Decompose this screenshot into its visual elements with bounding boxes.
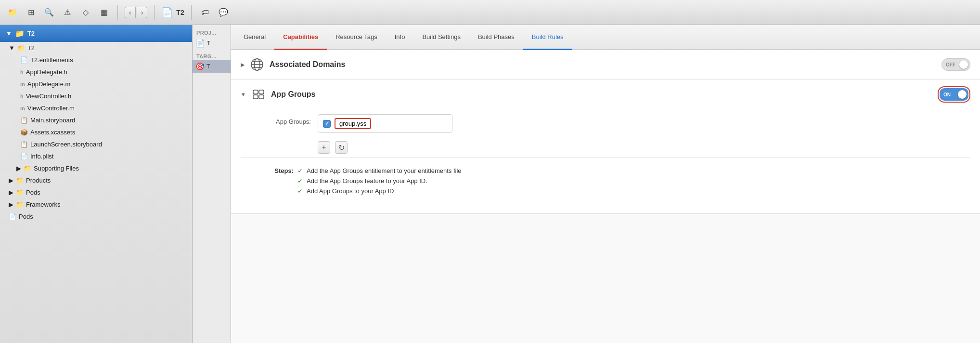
sidebar-item-info-plist[interactable]: 📄 Info.plist [0, 150, 192, 162]
diamond-icon[interactable]: ◇ [79, 6, 92, 19]
sidebar-item-frameworks[interactable]: ▶ 📁 Frameworks [0, 198, 192, 211]
sidebar-header[interactable]: ▼ 📁 T2 [0, 25, 192, 42]
app-groups-toggle[interactable]: ON [940, 88, 968, 101]
target-item-icon: 🎯 [195, 62, 205, 71]
app-groups-field-label: App Groups: [270, 114, 318, 125]
appdelegate-h-label: AppDelegate.h [26, 68, 67, 76]
assets-icon: 📦 [20, 129, 28, 136]
step-3-text: Add App Groups to your App ID [307, 187, 394, 195]
toolbar-title-area: 📄 T2 [161, 7, 184, 18]
associated-domains-title: Associated Domains [270, 60, 937, 69]
sidebar-expand-arrow: ▼ [6, 30, 12, 37]
hierarchy-icon[interactable]: ⊞ [24, 6, 38, 19]
tag-icon[interactable]: 🏷 [198, 6, 212, 19]
h-icon: h [20, 69, 24, 75]
add-group-button[interactable]: + [318, 141, 330, 154]
app-groups-section: ▼ App Groups [231, 79, 980, 214]
sidebar-item-pods-project[interactable]: 📄 Pods [0, 211, 192, 223]
refresh-button[interactable]: ↻ [335, 141, 348, 154]
toolbar-separator-3 [191, 5, 192, 20]
bubble-icon[interactable]: 💬 [217, 6, 230, 19]
sidebar-item-viewcontroller-m[interactable]: m ViewController.m [0, 102, 192, 114]
pods-expand-arrow: ▶ [9, 189, 13, 196]
svg-rect-6 [259, 90, 264, 94]
storyboard-icon: 📋 [20, 117, 28, 124]
forward-button[interactable]: › [137, 7, 148, 18]
associated-domains-toggle[interactable]: OFF [941, 58, 970, 71]
step-1-check: ✓ [297, 167, 303, 174]
app-groups-list: ✓ group.yss [318, 114, 452, 133]
group-item-label: group.yss [339, 120, 366, 127]
h-icon-2: h [20, 93, 24, 99]
toolbar-separator [117, 5, 118, 20]
app-groups-icon [251, 87, 266, 102]
pods-project-icon: 📄 [9, 213, 16, 220]
t2-expand-arrow: ▼ [9, 44, 15, 52]
project-item[interactable]: 📄 T [193, 37, 231, 50]
frameworks-expand-arrow: ▶ [9, 201, 13, 208]
sidebar-item-t2[interactable]: ▼ 📁 T2 [0, 42, 192, 54]
tab-capabilities[interactable]: Capabilities [274, 25, 327, 50]
search-icon[interactable]: 🔍 [42, 6, 56, 19]
associated-domains-expand[interactable]: ▶ [241, 62, 245, 68]
entitlements-icon: 📄 [20, 56, 28, 64]
file-navigator: ▼ 📁 T2 ▼ 📁 T2 📄 T2.entitlements h AppDel… [0, 25, 193, 343]
products-expand-arrow: ▶ [9, 177, 13, 184]
svg-rect-8 [259, 95, 264, 99]
warning-icon[interactable]: ⚠ [61, 6, 74, 19]
appdelegate-m-label: AppDelegate.m [27, 80, 71, 88]
sidebar-item-entitlements[interactable]: 📄 T2.entitlements [0, 54, 192, 66]
associated-domains-knob [959, 60, 968, 69]
app-groups-body: App Groups: ✓ group.yss [231, 109, 980, 213]
tab-bar: General Capabilities Resource Tags Info … [231, 25, 980, 50]
sidebar-item-supporting-files[interactable]: ▶ 📁 Supporting Files [0, 162, 192, 174]
app-groups-toggle-wrapper: ON [938, 86, 970, 103]
project-label: PROJ... [193, 28, 231, 37]
sidebar-item-main-storyboard[interactable]: 📋 Main.storyboard [0, 114, 192, 126]
tab-build-rules[interactable]: Build Rules [523, 25, 572, 50]
action-buttons-row: + ↻ [241, 137, 970, 158]
info-plist-label: Info.plist [30, 153, 53, 160]
app-groups-expand[interactable]: ▼ [241, 92, 246, 97]
toolbar-title: T2 [176, 9, 184, 16]
pods-folder-icon: 📁 [16, 189, 24, 196]
sidebar-item-assets[interactable]: 📦 Assets.xcassets [0, 126, 192, 138]
t2-label: T2 [27, 44, 35, 52]
project-item-icon: 📄 [195, 39, 205, 48]
sidebar-item-products[interactable]: ▶ 📁 Products [0, 174, 192, 186]
app-group-checkbox[interactable]: ✓ [323, 120, 331, 128]
tab-resource-tags[interactable]: Resource Tags [327, 25, 386, 50]
nav-buttons: ‹ › [125, 7, 147, 18]
steps-row-3: ✓ Add App Groups to your App ID [297, 186, 961, 196]
associated-domains-toggle-label: OFF [946, 62, 955, 67]
assets-label: Assets.xcassets [30, 129, 75, 136]
toolbar: 📁 ⊞ 🔍 ⚠ ◇ ▦ ‹ › 📄 T2 🏷 💬 [0, 0, 980, 25]
folder-icon[interactable]: 📁 [6, 6, 19, 19]
sidebar-item-appdelegate-m[interactable]: m AppDelegate.m [0, 78, 192, 90]
target-item-label: T [206, 63, 210, 70]
sidebar-item-pods[interactable]: ▶ 📁 Pods [0, 186, 192, 198]
main-layout: ▼ 📁 T2 ▼ 📁 T2 📄 T2.entitlements h AppDel… [0, 25, 980, 343]
svg-rect-5 [253, 90, 258, 94]
steps-row-2: ✓ Add the App Groups feature to your App… [297, 176, 961, 186]
tab-build-settings[interactable]: Build Settings [413, 25, 469, 50]
products-label: Products [26, 177, 51, 184]
sidebar-item-appdelegate-h[interactable]: h AppDelegate.h [0, 66, 192, 78]
app-groups-title: App Groups [271, 90, 933, 99]
app-groups-table-area: App Groups: ✓ group.yss [270, 114, 970, 133]
sidebar-item-launchscreen[interactable]: 📋 LaunchScreen.storyboard [0, 138, 192, 150]
svg-rect-7 [253, 95, 258, 99]
step-2-check: ✓ [297, 177, 303, 185]
project-target-panel: PROJ... 📄 T TARG... 🎯 T [193, 25, 231, 343]
sidebar-item-viewcontroller-h[interactable]: h ViewController.h [0, 90, 192, 102]
back-button[interactable]: ‹ [125, 7, 136, 18]
tab-info[interactable]: Info [386, 25, 414, 50]
target-item[interactable]: 🎯 T [193, 60, 231, 73]
tab-general[interactable]: General [235, 25, 274, 50]
tab-build-phases[interactable]: Build Phases [469, 25, 523, 50]
target-label: TARG... [193, 50, 231, 60]
grid-icon[interactable]: ▦ [97, 6, 111, 19]
toolbar-separator-2 [154, 5, 155, 20]
m-icon: m [20, 81, 25, 87]
steps-row-1: Steps: ✓ Add the App Groups entitlement … [270, 166, 961, 176]
